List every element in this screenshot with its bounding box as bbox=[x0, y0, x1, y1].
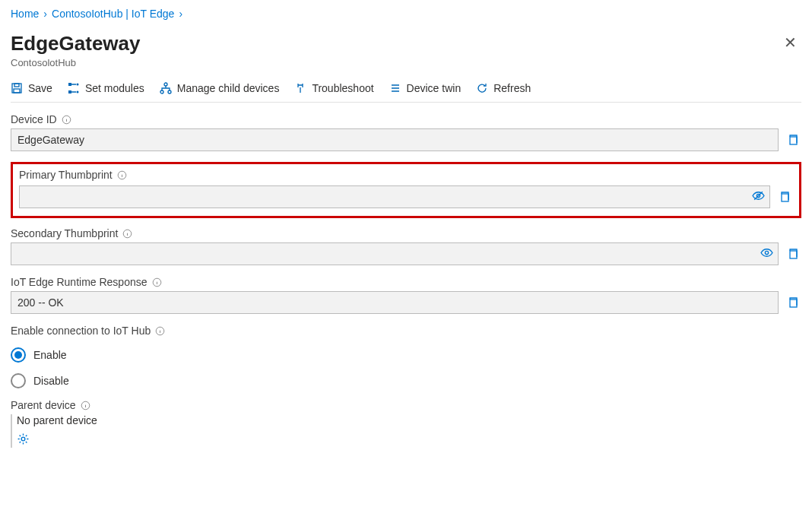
connection-label: Enable connection to IoT Hub bbox=[11, 325, 151, 337]
chevron-right-icon: › bbox=[43, 8, 47, 20]
svg-point-9 bbox=[168, 90, 171, 93]
svg-rect-17 bbox=[790, 251, 797, 258]
breadcrumb-hub[interactable]: ContosoIotHub | IoT Edge bbox=[52, 8, 174, 20]
copy-primary-thumb-button[interactable] bbox=[776, 191, 793, 203]
svg-rect-19 bbox=[790, 299, 797, 307]
gear-icon bbox=[17, 433, 30, 445]
radio-enable-label: Enable bbox=[33, 349, 67, 361]
troubleshoot-button[interactable]: Troubleshoot bbox=[294, 82, 373, 94]
svg-rect-14 bbox=[782, 194, 788, 201]
svg-rect-11 bbox=[790, 137, 797, 144]
refresh-button[interactable]: Refresh bbox=[476, 82, 531, 94]
copy-secondary-thumb-button[interactable] bbox=[785, 248, 801, 260]
svg-point-6 bbox=[76, 91, 78, 93]
secondary-thumb-label: Secondary Thumbprint bbox=[11, 227, 118, 239]
troubleshoot-label: Troubleshoot bbox=[312, 82, 373, 94]
svg-point-5 bbox=[76, 84, 78, 86]
manage-child-button[interactable]: Manage child devices bbox=[160, 82, 280, 94]
save-label: Save bbox=[28, 82, 52, 94]
refresh-label: Refresh bbox=[493, 82, 531, 94]
breadcrumb: Home › ContosoIotHub | IoT Edge › bbox=[11, 8, 801, 20]
hierarchy-icon bbox=[160, 82, 172, 94]
radio-disable[interactable] bbox=[11, 373, 26, 388]
manage-child-label: Manage child devices bbox=[177, 82, 280, 94]
primary-thumbprint-highlight: Primary Thumbprint bbox=[11, 162, 801, 218]
svg-rect-2 bbox=[14, 89, 20, 93]
device-id-value: EdgeGateway bbox=[17, 134, 84, 146]
parent-device-label: Parent device bbox=[11, 399, 76, 411]
parent-device-value: No parent device bbox=[17, 414, 801, 426]
save-icon bbox=[11, 82, 23, 94]
svg-point-8 bbox=[160, 90, 163, 93]
breadcrumb-home[interactable]: Home bbox=[11, 8, 39, 20]
svg-rect-4 bbox=[68, 90, 71, 93]
copy-device-id-button[interactable] bbox=[785, 134, 801, 146]
runtime-response-value: 200 -- OK bbox=[17, 296, 64, 309]
svg-rect-1 bbox=[14, 84, 19, 87]
eye-icon bbox=[752, 189, 765, 202]
primary-thumb-input[interactable] bbox=[19, 185, 770, 208]
runtime-response-input[interactable]: 200 -- OK bbox=[11, 291, 779, 314]
set-modules-button[interactable]: Set modules bbox=[68, 82, 144, 94]
radio-disable-label: Disable bbox=[33, 375, 69, 387]
device-id-input[interactable]: EdgeGateway bbox=[11, 128, 779, 151]
parent-device-settings-button[interactable] bbox=[17, 433, 801, 448]
page-title: EdgeGateway bbox=[11, 32, 141, 55]
svg-rect-3 bbox=[68, 83, 71, 86]
device-id-label: Device ID bbox=[11, 113, 57, 125]
show-secondary-thumb-button[interactable] bbox=[760, 246, 773, 261]
chevron-right-icon: › bbox=[179, 8, 182, 20]
copy-icon bbox=[787, 248, 799, 260]
info-icon[interactable] bbox=[117, 170, 127, 180]
eye-icon bbox=[760, 246, 773, 259]
set-modules-label: Set modules bbox=[85, 82, 144, 94]
svg-point-7 bbox=[164, 83, 167, 86]
copy-icon bbox=[787, 134, 799, 146]
info-icon[interactable] bbox=[155, 326, 165, 336]
copy-runtime-response-button[interactable] bbox=[785, 296, 801, 309]
info-icon[interactable] bbox=[81, 401, 90, 410]
toolbar: Save Set modules Manage child devices Tr… bbox=[11, 79, 801, 102]
refresh-icon bbox=[476, 82, 488, 94]
modules-icon bbox=[68, 82, 80, 94]
svg-point-22 bbox=[21, 437, 25, 441]
device-twin-button[interactable]: Device twin bbox=[389, 82, 462, 94]
info-icon[interactable] bbox=[122, 229, 132, 239]
troubleshoot-icon bbox=[294, 82, 306, 94]
info-icon[interactable] bbox=[62, 115, 71, 125]
device-twin-label: Device twin bbox=[407, 82, 462, 94]
divider bbox=[11, 102, 801, 103]
primary-thumb-label: Primary Thumbprint bbox=[19, 169, 113, 181]
copy-icon bbox=[787, 296, 799, 309]
info-icon[interactable] bbox=[152, 277, 162, 287]
copy-icon bbox=[779, 191, 791, 203]
list-icon bbox=[389, 82, 401, 94]
runtime-response-label: IoT Edge Runtime Response bbox=[11, 276, 147, 288]
page-subtitle: ContosolotHub bbox=[11, 57, 141, 68]
secondary-thumb-input[interactable] bbox=[11, 242, 779, 265]
close-icon[interactable]: ✕ bbox=[784, 26, 801, 52]
save-button[interactable]: Save bbox=[11, 82, 52, 94]
radio-enable[interactable] bbox=[11, 347, 26, 363]
svg-point-16 bbox=[765, 251, 768, 254]
show-primary-thumb-button[interactable] bbox=[752, 189, 765, 204]
